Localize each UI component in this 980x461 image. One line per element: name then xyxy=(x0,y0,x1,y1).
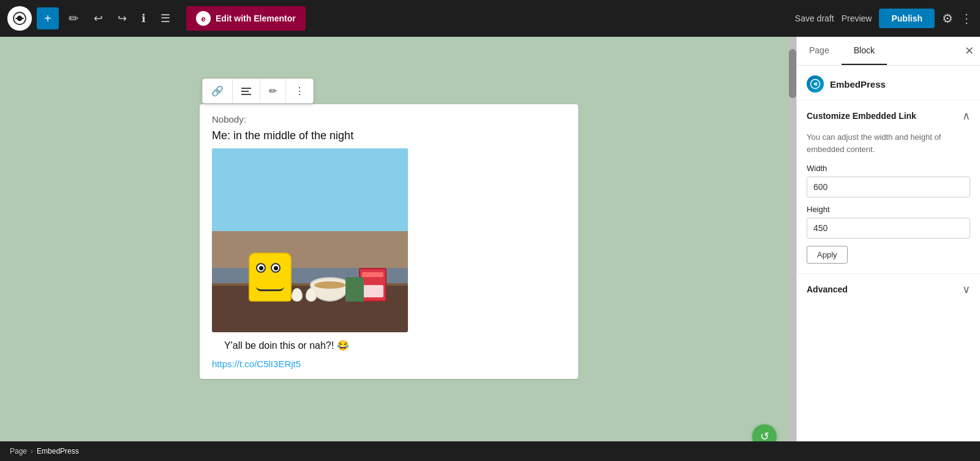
edit-elementor-label: Edit with Elementor xyxy=(216,13,296,23)
canvas-scrollbar[interactable] xyxy=(789,37,796,461)
svg-rect-7 xyxy=(816,82,818,86)
tab-page[interactable]: Page xyxy=(797,37,842,65)
save-draft-button[interactable]: Save draft xyxy=(795,13,834,23)
embed-caption: Y'all be doin this or nah?! 😂 xyxy=(212,340,566,359)
width-label: Width xyxy=(807,164,970,173)
embed-nobody-text: Nobody: xyxy=(200,104,578,129)
settings-button[interactable]: ⚙ xyxy=(942,11,953,26)
publish-button[interactable]: Publish xyxy=(879,9,935,28)
spongebob-scene xyxy=(212,148,408,332)
embed-card-bottom: Y'all be doin this or nah?! 😂 https://t.… xyxy=(200,340,578,379)
canvas: 🔗 ✏ ⋮ Nobody: Me: in the middle of the n… xyxy=(0,37,789,461)
nobody-label: Nobody: xyxy=(212,114,246,124)
customize-description: You can adjust the width and height of e… xyxy=(807,131,970,155)
breadcrumb-embedpress: EmbedPress xyxy=(37,447,79,455)
add-block-button[interactable]: + xyxy=(37,7,59,29)
edit-embed-button[interactable]: ✏ xyxy=(260,79,286,103)
panel-close-button[interactable]: ✕ xyxy=(965,44,974,58)
advanced-toggle-icon: ∨ xyxy=(962,283,970,296)
link-button[interactable]: 🔗 xyxy=(203,79,233,103)
embed-card: Nobody: Me: in the middle of the night xyxy=(200,104,578,379)
topbar: + ✏ ↩ ↪ ℹ ☰ e Edit with Elementor Save d… xyxy=(0,0,980,37)
canvas-scrollbar-thumb xyxy=(789,49,796,98)
breadcrumb-separator: › xyxy=(31,447,33,455)
preview-button[interactable]: Preview xyxy=(842,13,872,23)
svg-rect-3 xyxy=(241,88,251,89)
breadcrumb: Page › EmbedPress xyxy=(0,441,980,461)
info-button[interactable]: ℹ xyxy=(137,8,151,29)
elementor-icon: e xyxy=(196,11,211,26)
advanced-title: Advanced xyxy=(807,284,848,294)
customize-section-header[interactable]: Customize Embedded Link ∧ xyxy=(797,101,980,131)
main-area: 🔗 ✏ ⋮ Nobody: Me: in the middle of the n… xyxy=(0,37,980,461)
block-toolbar: 🔗 ✏ ⋮ xyxy=(202,78,314,104)
wp-logo xyxy=(7,6,32,31)
panel-tabs: Page Block ✕ xyxy=(797,37,980,66)
advanced-section[interactable]: Advanced ∨ xyxy=(797,274,980,305)
customize-section-title: Customize Embedded Link xyxy=(807,111,916,121)
breadcrumb-page: Page xyxy=(10,447,27,455)
width-input[interactable] xyxy=(807,177,970,197)
apply-button[interactable]: Apply xyxy=(807,246,848,264)
edit-elementor-button[interactable]: e Edit with Elementor xyxy=(186,6,306,31)
svg-rect-5 xyxy=(241,94,251,95)
embed-image xyxy=(212,148,408,332)
undo-button[interactable]: ↩ xyxy=(89,8,108,29)
svg-rect-4 xyxy=(241,91,249,92)
embed-link[interactable]: https://t.co/C5lI3ERjt5 xyxy=(212,359,566,369)
redo-button[interactable]: ↪ xyxy=(113,8,132,29)
svg-rect-2 xyxy=(15,18,23,19)
more-options-button[interactable]: ⋮ xyxy=(960,11,973,26)
more-block-options-button[interactable]: ⋮ xyxy=(286,79,313,103)
embedpress-icon xyxy=(807,75,824,93)
customize-section: Customize Embedded Link ∧ You can adjust… xyxy=(797,101,980,274)
topbar-right: Save draft Preview Publish ⚙ ⋮ xyxy=(795,9,973,28)
embed-me-text: Me: in the middle of the night xyxy=(200,129,578,148)
align-button[interactable] xyxy=(233,79,260,103)
tab-block[interactable]: Block xyxy=(842,37,887,65)
list-view-button[interactable]: ☰ xyxy=(156,8,175,29)
customize-toggle-icon: ∧ xyxy=(962,109,970,123)
plugin-header: EmbedPress xyxy=(797,66,980,101)
plugin-name-label: EmbedPress xyxy=(830,79,886,90)
right-panel: Page Block ✕ EmbedPress Customize Embedd… xyxy=(796,37,980,461)
tools-button[interactable]: ✏ xyxy=(64,7,84,29)
height-label: Height xyxy=(807,205,970,214)
customize-section-body: You can adjust the width and height of e… xyxy=(797,131,980,273)
height-input[interactable] xyxy=(807,218,970,238)
